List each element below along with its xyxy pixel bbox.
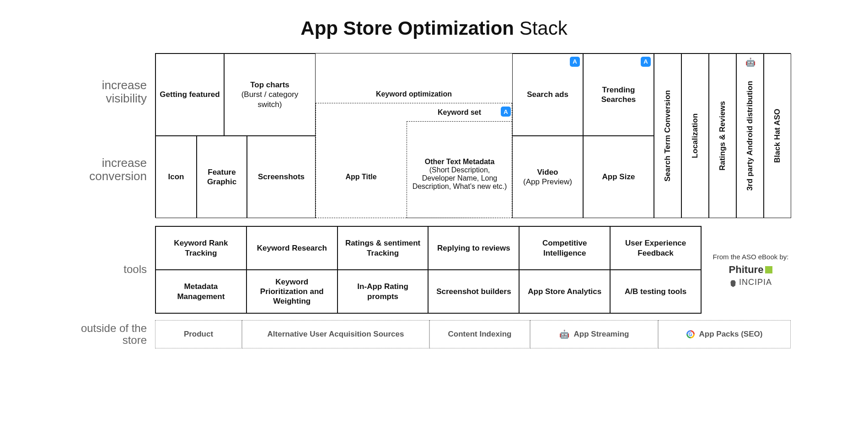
appstore-icon [501,107,511,117]
outside-app-packs: G App Packs (SEO) [658,320,791,348]
text-trending-searches: Trending Searches [587,85,650,105]
text-screenshots: Screenshots [258,172,305,182]
tool-cell: App Store Analytics [519,270,610,313]
tool-cell: User Experience Feedback [610,226,701,270]
outside-row: Product Alternative User Acquisition Sou… [155,320,791,348]
android-icon [745,58,755,67]
logo-incipia: INCIPIA [729,278,772,287]
cell-feature-graphic: Feature Graphic [197,136,247,218]
android-icon: 🤖 [559,329,569,339]
text-ratings-reviews: Ratings & Reviews [718,101,727,171]
text-app-title: App Title [345,173,376,181]
text-content-indexing: Content Indexing [448,330,512,339]
text-phiture: Phiture [729,264,764,276]
cell-android-distribution: 3rd party Android distribution [736,54,764,218]
logo-phiture: Phiture [729,264,773,276]
cell-icon: Icon [155,136,197,218]
text-top-charts: Top charts [250,80,289,90]
cell-localization: Localization [681,54,709,218]
text-keyword-set: Keyword set [438,108,481,117]
text-video-sub: (App Preview) [523,177,572,187]
outside-product: Product [155,320,242,348]
label-tools: tools [77,226,155,313]
text-android-dist: 3rd party Android distribution [745,81,755,191]
cell-other-metadata: Other Text Metadata (Short Description, … [409,130,510,218]
tool-cell: Keyword Research [246,226,338,270]
text-other-metadata: Other Text Metadata [425,158,495,166]
cell-app-title: App Title [316,136,407,218]
text-app-size: App Size [602,172,635,182]
tool-cell: Metadata Management [155,270,246,313]
cell-app-size: App Size [583,136,654,218]
credits-block: From the ASO eBook by: Phiture INCIPIA [702,226,791,314]
label-keyword-set: Keyword set [407,105,512,120]
text-video: Video [537,167,558,177]
tool-cell: A/B testing tools [610,270,701,313]
cell-trending-searches: Trending Searches [583,54,654,136]
page-title: App Store Optimization Stack [77,17,791,39]
appstore-icon [570,57,580,67]
cell-video: Video (App Preview) [512,136,583,218]
google-icon: G [686,330,695,338]
outside-content-indexing: Content Indexing [429,320,530,348]
tool-cell: Keyword Prioritization and Weighting [246,270,338,313]
label-increase-visibility: increase visibility [77,53,155,131]
text-stc: Search Term Conversion [663,90,672,182]
text-app-packs: App Packs (SEO) [699,330,763,339]
text-black-hat: Black Hat ASO [773,109,782,163]
credits-from: From the ASO eBook by: [713,252,789,262]
label-outside: outside of the store [77,320,155,348]
tool-cell: Ratings & sentiment Tracking [338,226,429,270]
text-feature-graphic: Feature Graphic [201,167,243,187]
tool-cell: Screenshot builders [428,270,519,313]
text-other-metadata-sub: (Short Description, Developer Name, Long… [412,166,507,191]
text-alt-ua: Alternative User Acquisition Sources [268,330,404,339]
tool-cell: Replying to reviews [428,226,519,270]
text-icon: Icon [168,172,184,182]
tool-cell: In-App Rating prompts [338,270,429,313]
cell-getting-featured: Getting featured [155,54,224,136]
text-search-ads: Search ads [527,90,568,99]
text-incipia: INCIPIA [739,278,772,287]
cell-ratings-reviews: Ratings & Reviews [709,54,736,218]
text-getting-featured: Getting featured [160,90,220,99]
label-keyword-optimization: Keyword optimization [316,86,512,103]
cell-top-charts: Top charts (Burst / category switch) [224,54,316,136]
outside-alt-ua-sources: Alternative User Acquisition Sources [242,320,429,348]
text-product: Product [184,330,213,339]
label-increase-conversion: increase conversion [77,131,155,209]
phiture-square-icon [765,266,772,273]
outside-app-streaming: 🤖 App Streaming [530,320,658,348]
tools-grid: Keyword Rank Tracking Keyword Research R… [155,226,702,314]
tool-cell: Competitive Intelligence [519,226,610,270]
cell-screenshots: Screenshots [247,136,316,218]
cell-black-hat-aso: Black Hat ASO [764,54,791,218]
appstore-icon [641,57,651,67]
text-localization: Localization [691,113,700,158]
text-app-streaming: App Streaming [574,330,629,339]
title-thin: Stack [520,17,568,39]
tool-cell: Keyword Rank Tracking [155,226,246,270]
title-bold: App Store Optimization [300,17,514,39]
cell-search-ads: Search ads [512,54,583,136]
text-top-charts-sub: (Burst / category switch) [228,90,311,109]
cell-search-term-conversion: Search Term Conversion [654,54,681,218]
text-keyword-optimization: Keyword optimization [376,90,452,98]
flame-icon [729,278,737,287]
